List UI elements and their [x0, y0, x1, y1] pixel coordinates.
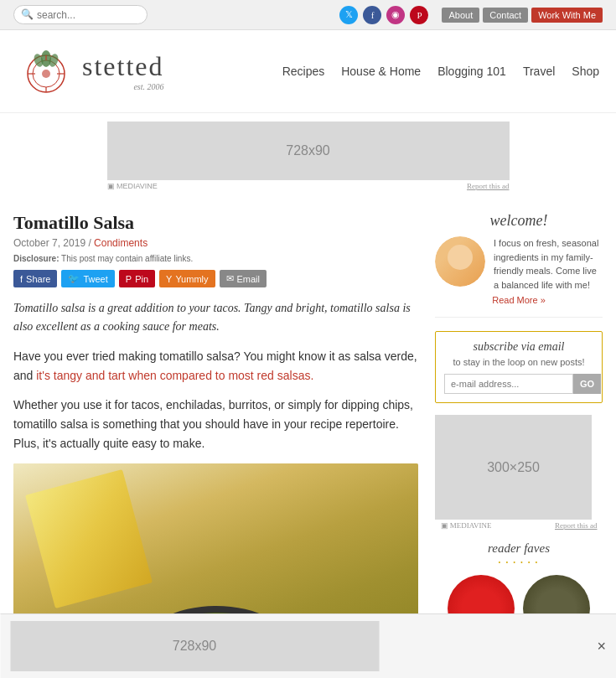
facebook-share-icon: f: [20, 274, 23, 284]
top-ad-banner: 728x90 ▣ MEDIAVINE Report this ad: [0, 113, 616, 199]
nav-recipes[interactable]: Recipes: [282, 65, 325, 78]
share-facebook-button[interactable]: f Share: [13, 270, 57, 287]
nav-house-home[interactable]: House & Home: [341, 65, 421, 78]
email-share-icon: ✉: [226, 273, 234, 284]
subscribe-go-button[interactable]: GO: [573, 374, 601, 394]
share-email-button[interactable]: ✉ Email: [220, 270, 267, 287]
subscribe-subtitle: to stay in the loop on new posts!: [444, 357, 593, 367]
article-category[interactable]: Condiments: [94, 237, 148, 249]
sidebar-report-ad[interactable]: Report this ad: [555, 521, 598, 530]
subscribe-form: GO: [444, 374, 593, 394]
site-header: stetted est. 2006 Recipes House & Home B…: [0, 30, 616, 113]
article-para-2: Whether you use it for tacos, enchiladas…: [13, 396, 418, 453]
nav-blogging-101[interactable]: Blogging 101: [437, 65, 506, 78]
about-button[interactable]: About: [442, 8, 479, 23]
article-date: October 7, 2019: [13, 237, 85, 249]
search-input[interactable]: [37, 9, 146, 21]
faves-title: reader faves: [435, 541, 603, 556]
nav-shop[interactable]: Shop: [572, 65, 599, 78]
content-wrapper: Tomatillo Salsa October 7, 2019 / Condim…: [0, 199, 616, 678]
mediavine-logo: ▣ MEDIAVINE: [107, 182, 158, 190]
disclosure: Disclosure: This post may contain affili…: [13, 254, 418, 263]
sidebar-ad: 300×250 ▣ MEDIAVINE Report this ad: [435, 415, 603, 530]
logo-icon: [17, 42, 75, 101]
share-pinterest-button[interactable]: P Pin: [119, 270, 155, 287]
main-nav: Recipes House & Home Blogging 101 Travel…: [282, 65, 599, 78]
sidebar-subscribe: subscribe via email to stay in the loop …: [435, 331, 603, 403]
facebook-icon[interactable]: f: [363, 6, 381, 24]
instagram-icon[interactable]: ◉: [386, 6, 405, 24]
avatar-image: [435, 236, 485, 287]
sidebar: welcome! I focus on fresh, seasonal ingr…: [435, 212, 603, 673]
logo-text: stetted est. 2006: [82, 51, 164, 91]
sidebar-mediavine-logo: ▣ MEDIAVINE: [441, 521, 492, 530]
footer-ad-bar: 728x90 ×: [0, 613, 616, 678]
article-para-1: Have you ever tried making tomatillo sal…: [13, 347, 418, 386]
share-twitter-button[interactable]: 🐦 Tweet: [61, 270, 114, 287]
nav-travel[interactable]: Travel: [523, 65, 555, 78]
contact-button[interactable]: Contact: [483, 8, 528, 23]
site-est: est. 2006: [82, 82, 164, 91]
chip-visual: [25, 469, 153, 608]
footer-ad-close-button[interactable]: ×: [597, 638, 606, 655]
disclosure-label: Disclosure:: [13, 254, 59, 263]
salsa-verde-link[interactable]: it's tangy and tart when compared to mos…: [36, 369, 313, 382]
top-ad-placeholder: 728x90: [107, 122, 510, 180]
welcome-title: welcome!: [435, 212, 603, 230]
top-right: 𝕏 f ◉ P About Contact Work With Me: [339, 6, 603, 24]
twitter-share-icon: 🐦: [68, 273, 80, 284]
faves-dots: • • • • • •: [435, 559, 603, 567]
share-buttons: f Share 🐦 Tweet P Pin Y Yummly ✉ Email: [13, 270, 418, 287]
pinterest-share-icon: P: [126, 274, 132, 284]
sidebar-welcome: welcome! I focus on fresh, seasonal ingr…: [435, 212, 603, 318]
article-title: Tomatillo Salsa: [13, 212, 418, 234]
footer-ad-placeholder: 728x90: [10, 621, 379, 671]
share-yummly-button[interactable]: Y Yummly: [159, 270, 215, 287]
read-more-link[interactable]: Read More »: [435, 295, 603, 305]
sidebar-ad-placeholder: 300×250: [435, 415, 592, 520]
article-separator: /: [88, 237, 91, 249]
welcome-avatar: [435, 236, 485, 287]
twitter-icon[interactable]: 𝕏: [339, 6, 358, 24]
main-content: Tomatillo Salsa October 7, 2019 / Condim…: [13, 212, 418, 673]
work-with-me-button[interactable]: Work With Me: [531, 8, 603, 23]
logo-area[interactable]: stetted est. 2006: [17, 42, 164, 101]
subscribe-title: subscribe via email: [444, 340, 593, 354]
sidebar-ad-meta: ▣ MEDIAVINE Report this ad: [441, 521, 598, 530]
report-ad-link[interactable]: Report this ad: [467, 182, 510, 190]
pinterest-icon[interactable]: P: [410, 6, 428, 24]
site-name: stetted: [82, 51, 164, 82]
article-intro: Tomatillo salsa is a great addition to y…: [13, 299, 418, 337]
search-box[interactable]: 🔍: [13, 5, 148, 24]
top-ad-meta: ▣ MEDIAVINE Report this ad: [107, 182, 510, 190]
svg-point-5: [42, 70, 50, 78]
article-meta: October 7, 2019 / Condiments: [13, 237, 418, 249]
top-nav-buttons: About Contact Work With Me: [442, 8, 603, 23]
avatar-face: [448, 245, 473, 270]
disclosure-text: This post may contain affiliate links.: [61, 254, 193, 263]
top-bar: 🔍 𝕏 f ◉ P About Contact Work With Me: [0, 0, 616, 30]
social-icons: 𝕏 f ◉ P: [339, 6, 428, 24]
yummly-share-icon: Y: [166, 274, 172, 284]
article-body: Have you ever tried making tomatillo sal…: [13, 347, 418, 453]
search-icon: 🔍: [21, 8, 34, 21]
subscribe-email-input[interactable]: [444, 374, 573, 394]
